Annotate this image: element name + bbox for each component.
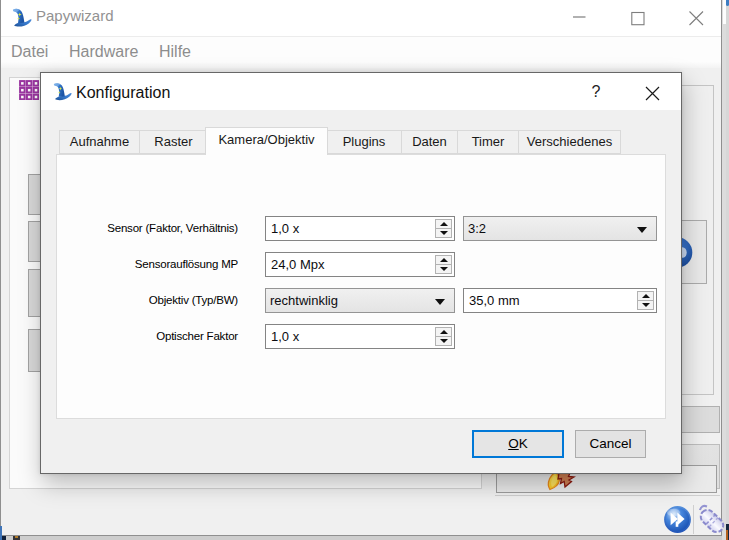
spinbox-sensoraufloesung-buttons[interactable] [435,255,452,275]
grid-mosaic-icon[interactable] [19,80,39,100]
menu-hilfe[interactable]: Hilfe [159,37,191,69]
spinbox-sensoraufloesung-value: 24,0 Mpx [271,253,324,276]
combobox-sensor-ratio-value: 3:2 [468,217,486,240]
cancel-button[interactable]: Cancel [575,430,646,458]
statusbar-separator [693,505,694,534]
tab-kamera-objektiv[interactable]: Kamera/Objektiv [205,127,328,155]
dropdown-arrow-icon [637,227,647,233]
triangle-up-icon [440,330,448,334]
menu-hardware[interactable]: Hardware [69,37,138,69]
ok-rest: K [519,436,528,451]
spinbox-sensoraufloesung[interactable]: 24,0 Mpx [265,252,455,277]
dialog-app-icon [53,81,73,102]
ok-mnemonic: O [508,436,519,451]
dialog-titlebar[interactable]: Konfiguration ? [41,73,681,110]
combobox-objektiv-typ-value: rechtwinklig [270,289,338,312]
spin-up-icon[interactable] [436,256,451,265]
spinbox-optischer-faktor-value: 1,0 x [271,325,299,348]
spin-up-icon[interactable] [638,292,653,301]
background-window-sliver [722,0,729,540]
window-titlebar[interactable]: Papywizard [1,0,721,36]
spin-up-icon[interactable] [436,328,451,337]
left-edge-blue-mark [0,526,2,540]
spinbox-brennweite-value: 35,0 mm [469,289,520,312]
spinbox-sensor-faktor-value: 1,0 x [271,217,299,240]
label-sensor: Sensor (Faktor, Verhältnis) [56,216,238,241]
spinbox-sensor-faktor-buttons[interactable] [435,219,452,239]
spin-down-icon[interactable] [436,336,451,345]
combobox-sensor-ratio[interactable]: 3:2 [463,216,657,241]
dialog-close-button[interactable] [631,73,675,110]
tab-aufnahme[interactable]: Aufnahme [59,130,140,154]
triangle-up-icon [642,294,650,298]
fast-forward-status-icon [663,505,692,534]
spin-up-icon[interactable] [436,220,451,229]
combobox-objektiv-typ[interactable]: rechtwinklig [265,288,455,313]
triangle-up-icon [440,222,448,226]
label-optischer-faktor: Optischer Faktor [56,324,238,349]
triangle-down-icon [440,267,448,271]
tab-raster[interactable]: Raster [139,130,208,154]
triangle-down-icon [440,231,448,235]
close-button[interactable] [666,0,711,36]
bottom-groupbox-edge [495,495,720,496]
spinbox-brennweite[interactable]: 35,0 mm [463,288,657,313]
spinbox-optischer-faktor[interactable]: 1,0 x [265,324,455,349]
spinbox-optischer-faktor-buttons[interactable] [435,327,452,347]
triangle-up-icon [440,258,448,262]
triangle-down-icon [440,339,448,343]
dialog-title: Konfiguration [76,73,170,110]
close-icon [666,0,711,36]
maximize-button[interactable] [611,0,656,36]
triangle-down-icon [642,303,650,307]
app-icon [12,7,33,28]
taskbar-mark-2b [15,536,18,538]
tab-plugins[interactable]: Plugins [326,130,402,154]
spinbox-brennweite-buttons[interactable] [637,291,654,311]
dropdown-arrow-icon [435,299,445,305]
flame-arrow-icon [546,471,576,491]
ok-button[interactable]: OK [472,430,564,458]
minimize-icon [551,0,596,36]
tab-daten[interactable]: Daten [401,130,458,154]
dialog-help-button[interactable]: ? [577,73,615,110]
tab-pane [56,154,666,419]
minimize-button[interactable] [551,0,596,36]
taskbar-strip [0,536,722,540]
dialog-close-icon [631,73,675,110]
spin-down-icon[interactable] [436,264,451,273]
spinbox-sensor-faktor[interactable]: 1,0 x [265,216,455,241]
screen: Papywizard Datei Hardware Hilfe [0,0,729,540]
connector-status-icon [697,502,727,538]
menubar: Datei Hardware Hilfe [1,36,721,68]
tab-verschiedenes[interactable]: Verschiedenes [518,130,621,154]
label-objektiv: Objektiv (Typ/BW) [56,288,238,313]
taskbar-mark-1 [2,536,6,540]
spin-down-icon[interactable] [638,300,653,309]
menu-datei[interactable]: Datei [11,37,48,69]
tab-timer[interactable]: Timer [457,130,519,154]
label-sensoraufloesung: Sensorauflösung MP [56,252,238,277]
konfiguration-dialog: Konfiguration ? Aufnahme Raster Kamera/O… [40,72,682,474]
window-title: Papywizard [36,0,114,36]
spin-down-icon[interactable] [436,228,451,237]
maximize-icon [611,0,656,36]
